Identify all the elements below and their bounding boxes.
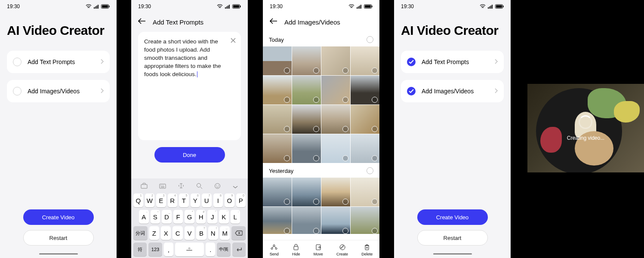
key-k[interactable]: K' [219, 210, 229, 224]
select-icon[interactable] [284, 68, 290, 74]
photo-thumb[interactable] [263, 76, 292, 104]
key-j[interactable]: J" [207, 210, 217, 224]
select-icon[interactable] [284, 228, 290, 234]
toolbar-delete[interactable]: Delete [361, 244, 373, 256]
photo-thumb[interactable] [351, 134, 379, 163]
restart-button[interactable]: Restart [23, 230, 94, 246]
home-indicator[interactable] [433, 253, 472, 255]
back-icon[interactable] [270, 18, 277, 26]
done-button[interactable]: Done [154, 147, 225, 163]
photo-thumb[interactable] [292, 105, 321, 134]
toolbar-hide[interactable]: Hide [292, 244, 300, 256]
key-q[interactable]: Q1 [133, 194, 143, 207]
key-t[interactable]: T5 [179, 194, 189, 207]
toolbar-send[interactable]: Send [270, 244, 279, 256]
key-l[interactable]: L: [231, 210, 240, 224]
key-z[interactable]: Z [149, 226, 159, 240]
photo-thumb[interactable] [321, 46, 350, 75]
photo-thumb[interactable] [351, 46, 379, 75]
select-icon[interactable] [342, 199, 348, 205]
key-h[interactable]: H# [196, 210, 206, 224]
create-video-button[interactable]: Create Video [23, 209, 94, 225]
home-indicator[interactable] [39, 253, 78, 255]
key-g[interactable]: G* [185, 210, 194, 224]
key-b[interactable]: B? [196, 226, 206, 240]
select-icon[interactable] [313, 68, 319, 74]
clear-icon[interactable] [231, 37, 236, 44]
select-icon[interactable] [372, 97, 378, 103]
photo-thumb[interactable] [321, 76, 350, 104]
select-icon[interactable] [284, 155, 290, 161]
search-icon[interactable] [196, 183, 203, 191]
option-add-text-prompts[interactable]: Add Text Prompts [401, 51, 504, 73]
key-shift[interactable]: 分词 [133, 226, 148, 240]
select-all-icon[interactable] [367, 36, 373, 43]
key-d[interactable]: D_ [162, 210, 172, 224]
key-enter[interactable] [232, 243, 246, 256]
gallery-scroll[interactable]: Today Yesterday [263, 32, 379, 234]
select-icon[interactable] [372, 68, 378, 74]
select-icon[interactable] [342, 97, 348, 103]
select-icon[interactable] [342, 155, 348, 161]
photo-thumb[interactable] [263, 134, 292, 163]
create-video-button[interactable]: Create Video [417, 209, 488, 225]
select-icon[interactable] [372, 155, 378, 161]
select-icon[interactable] [372, 228, 378, 234]
select-icon[interactable] [342, 68, 348, 74]
select-icon[interactable] [342, 126, 348, 132]
keyboard-icon[interactable] [159, 183, 166, 191]
text-cursor-icon[interactable] [178, 183, 185, 191]
photo-thumb[interactable] [263, 46, 292, 75]
select-icon[interactable] [372, 199, 378, 205]
photo-thumb[interactable] [351, 207, 379, 234]
key-c[interactable]: C [173, 226, 182, 240]
chevron-down-icon[interactable] [232, 183, 238, 191]
photo-thumb[interactable] [292, 134, 321, 163]
select-icon[interactable] [342, 228, 348, 234]
key-y[interactable]: Y6 [191, 194, 200, 207]
select-icon[interactable] [313, 97, 319, 103]
select-icon[interactable] [313, 155, 319, 161]
key-w[interactable]: W2 [145, 194, 155, 207]
back-icon[interactable] [138, 18, 146, 26]
photo-thumb[interactable] [263, 105, 292, 134]
key-e[interactable]: E3 [156, 194, 166, 207]
select-icon[interactable] [284, 126, 290, 132]
photo-thumb[interactable] [321, 207, 350, 234]
select-all-icon[interactable] [367, 167, 373, 174]
key-r[interactable]: R4 [168, 194, 178, 207]
key-a[interactable]: A- [139, 210, 149, 224]
select-icon[interactable] [313, 228, 319, 234]
key-m[interactable]: M… [220, 226, 230, 240]
key-backspace[interactable] [231, 226, 246, 240]
photo-thumb[interactable] [321, 105, 350, 134]
key-x[interactable]: X [161, 226, 171, 240]
photo-thumb[interactable] [351, 178, 379, 206]
photo-thumb[interactable] [263, 178, 292, 206]
select-icon[interactable] [284, 97, 290, 103]
photo-thumb[interactable] [321, 134, 350, 163]
key-i[interactable]: I8 [213, 194, 223, 207]
option-add-images-videos[interactable]: Add Images/Videos [7, 80, 110, 102]
key-period[interactable]: . [206, 243, 215, 256]
key-numbers[interactable]: 123 [148, 243, 162, 256]
key-space[interactable] [175, 243, 204, 256]
key-s[interactable]: S~ [151, 210, 160, 224]
prompt-textarea[interactable]: Create a short video with the food photo… [138, 32, 241, 140]
restart-button[interactable]: Restart [417, 230, 488, 246]
option-add-images-videos[interactable]: Add Images/Videos [401, 80, 504, 102]
key-f[interactable]: F [173, 210, 183, 224]
photo-thumb[interactable] [292, 46, 321, 75]
briefcase-icon[interactable] [141, 183, 148, 191]
emoji-icon[interactable] [214, 183, 221, 191]
photo-thumb[interactable] [263, 207, 292, 234]
option-add-text-prompts[interactable]: Add Text Prompts [7, 51, 110, 73]
key-u[interactable]: U7 [202, 194, 212, 207]
select-icon[interactable] [313, 199, 319, 205]
photo-thumb[interactable] [292, 207, 321, 234]
select-icon[interactable] [284, 199, 290, 205]
photo-thumb[interactable] [321, 178, 350, 206]
key-symbols[interactable]: 符 [133, 243, 147, 256]
key-v[interactable]: V [185, 226, 194, 240]
key-language[interactable]: 中/英 [217, 243, 230, 256]
